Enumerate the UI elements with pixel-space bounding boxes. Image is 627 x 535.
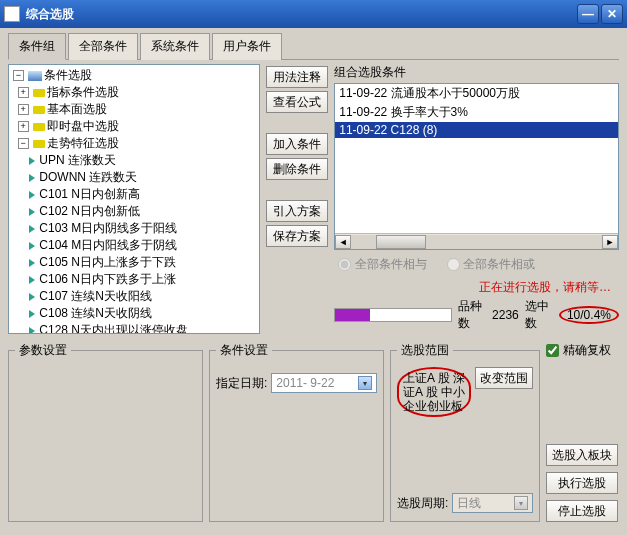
close-button[interactable]: ✕ <box>601 4 623 24</box>
key-icon <box>33 123 45 131</box>
change-scope-button[interactable]: 改变范围 <box>475 367 533 389</box>
tab-user[interactable]: 用户条件 <box>212 33 282 60</box>
scroll-left-icon[interactable]: ◄ <box>335 235 351 249</box>
radio-or[interactable]: 全部条件相或 <box>447 256 535 273</box>
condition-item-selected[interactable]: 11-09-22 C128 (8) <box>335 122 618 138</box>
scope-fieldset: 选股范围 上证A 股 深证A 股 中小企业创业板 改变范围 选股周期: 日线 ▾ <box>390 342 540 522</box>
item-icon <box>29 293 35 301</box>
stop-button[interactable]: 停止选股 <box>546 500 618 522</box>
chevron-down-icon[interactable]: ▾ <box>514 496 528 510</box>
condition-item[interactable]: 11-09-22 换手率大于3% <box>335 103 618 122</box>
param-fieldset: 参数设置 <box>8 342 203 522</box>
view-formula-button[interactable]: 查看公式 <box>266 91 328 113</box>
total-label: 品种数 <box>458 298 486 332</box>
cond-fieldset: 条件设置 指定日期: 2011- 9-22 ▾ <box>209 342 384 522</box>
item-icon <box>29 225 35 233</box>
cycle-combo[interactable]: 日线 ▾ <box>452 493 533 513</box>
condition-tree[interactable]: −条件选股 +指标条件选股 +基本面选股 +即时盘中选股 −走势特征选股 UPN… <box>8 64 260 334</box>
exact-adjust-checkbox[interactable]: 精确复权 <box>546 342 618 359</box>
selected-value: 10/0.4% <box>559 306 619 324</box>
expand-icon[interactable]: + <box>18 87 29 98</box>
scroll-right-icon[interactable]: ► <box>602 235 618 249</box>
folder-icon <box>28 71 42 81</box>
tab-all[interactable]: 全部条件 <box>68 33 138 60</box>
tab-group[interactable]: 条件组 <box>8 33 66 60</box>
remove-condition-button[interactable]: 删除条件 <box>266 158 328 180</box>
conditions-list[interactable]: 11-09-22 流通股本小于50000万股 11-09-22 换手率大于3% … <box>334 83 619 250</box>
minimize-button[interactable]: — <box>577 4 599 24</box>
item-icon <box>29 242 35 250</box>
save-plan-button[interactable]: 保存方案 <box>266 225 328 247</box>
expand-icon[interactable]: + <box>18 104 29 115</box>
key-icon <box>33 140 45 148</box>
radio-and[interactable]: 全部条件相与 <box>338 256 426 273</box>
app-icon <box>4 6 20 22</box>
item-icon <box>29 157 35 165</box>
item-icon <box>29 191 35 199</box>
run-button[interactable]: 执行选股 <box>546 472 618 494</box>
tab-system[interactable]: 系统条件 <box>140 33 210 60</box>
status-text: 正在进行选股，请稍等… <box>334 279 619 296</box>
cycle-label: 选股周期: <box>397 495 448 512</box>
total-value: 2236 <box>492 308 519 322</box>
progress-bar <box>334 308 452 322</box>
selected-label: 选中数 <box>525 298 553 332</box>
condition-item[interactable]: 11-09-22 流通股本小于50000万股 <box>335 84 618 103</box>
item-icon <box>29 310 35 318</box>
collapse-icon[interactable]: − <box>13 70 24 81</box>
h-scrollbar[interactable]: ◄ ► <box>335 233 618 249</box>
scroll-thumb[interactable] <box>376 235 426 249</box>
key-icon <box>33 106 45 114</box>
key-icon <box>33 89 45 97</box>
item-icon <box>29 208 35 216</box>
add-condition-button[interactable]: 加入条件 <box>266 133 328 155</box>
item-icon <box>29 174 35 182</box>
window-title: 综合选股 <box>26 6 575 23</box>
import-plan-button[interactable]: 引入方案 <box>266 200 328 222</box>
item-icon <box>29 327 35 335</box>
scope-text: 上证A 股 深证A 股 中小企业创业板 <box>397 367 471 417</box>
item-icon <box>29 259 35 267</box>
collapse-icon[interactable]: − <box>18 138 29 149</box>
expand-icon[interactable]: + <box>18 121 29 132</box>
chevron-down-icon[interactable]: ▾ <box>358 376 372 390</box>
usage-button[interactable]: 用法注释 <box>266 66 328 88</box>
tabs: 条件组 全部条件 系统条件 用户条件 <box>8 32 619 60</box>
to-block-button[interactable]: 选股入板块 <box>546 444 618 466</box>
date-label: 指定日期: <box>216 375 267 392</box>
date-input[interactable]: 2011- 9-22 ▾ <box>271 373 377 393</box>
item-icon <box>29 276 35 284</box>
conditions-title: 组合选股条件 <box>334 64 619 81</box>
